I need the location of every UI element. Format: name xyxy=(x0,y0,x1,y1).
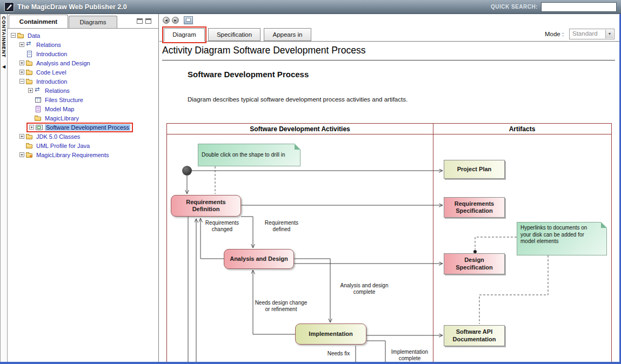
diagram-heading: Software Development Process xyxy=(188,70,309,79)
collapse-panel-icon[interactable]: ◀ xyxy=(1,64,7,69)
edge-label-needs-fix: Needs fix xyxy=(324,350,353,357)
artifact-design-specification[interactable]: Design Specification xyxy=(444,253,505,274)
artifact-software-api-documentation[interactable]: Software API Documentation xyxy=(444,325,505,346)
tree-item-label[interactable]: UML Profile for Java xyxy=(35,143,91,149)
tree-item-label[interactable]: Software Development Process xyxy=(45,124,130,131)
expander-minus-icon[interactable]: − xyxy=(19,79,24,84)
content-tab-strip: Diagram Specification Appears in Mode : … xyxy=(159,26,619,42)
tab-diagram[interactable]: Diagram xyxy=(164,28,205,42)
activity-diagram-icon xyxy=(36,124,43,131)
tree-item-label[interactable]: Introduction xyxy=(35,51,68,57)
folder-icon xyxy=(26,78,34,85)
artifact-requirements-specification[interactable]: Requirements Specification xyxy=(444,197,505,218)
navigation-toolbar: ◄ ► xyxy=(163,16,193,24)
quick-search-label: QUICK SEARCH: xyxy=(491,4,538,10)
tree-item-jdk-5-0-classes[interactable]: + JDK 5.0 Classes xyxy=(8,132,158,141)
expander-plus-icon[interactable]: + xyxy=(19,42,24,47)
activity-requirements-definition[interactable]: Requirements Definition xyxy=(171,195,241,217)
tree-item-label[interactable]: MagicLibrary xyxy=(44,115,80,122)
expander-plus-icon[interactable]: + xyxy=(19,70,24,75)
relations-icon xyxy=(26,42,34,48)
expander-minus-icon[interactable]: − xyxy=(11,33,16,38)
requirements-folder-icon xyxy=(26,152,34,158)
note-drill-in: Double click on the shape to drill in xyxy=(198,144,301,166)
tree-item-label[interactable]: Code Level xyxy=(35,69,68,76)
edge-label-needs-design-change: Needs design change or refinement xyxy=(254,300,308,313)
expander-plus-icon[interactable]: + xyxy=(19,152,24,157)
map-document-icon xyxy=(35,106,42,112)
tree-item-magiclibrary-requirements[interactable]: + MagicLibrary Requirements xyxy=(8,150,158,159)
forward-button[interactable]: ► xyxy=(172,17,179,24)
edge-label-implementation-complete: Implementation complete xyxy=(387,349,432,362)
tab-appears-in[interactable]: Appears in xyxy=(264,28,311,41)
folder-icon xyxy=(26,60,34,66)
activity-diagram-canvas: Software Development Activities Artifact… xyxy=(166,123,612,362)
tree-item-label[interactable]: Relations xyxy=(44,87,71,94)
title-divider xyxy=(162,60,615,60)
tree-item-relations-2[interactable]: + Relations xyxy=(8,86,158,95)
tab-containment[interactable]: Containment xyxy=(9,15,68,28)
mode-dropdown[interactable]: Standard ▼ xyxy=(569,29,615,39)
tree-item-label[interactable]: Analysis and Design xyxy=(35,60,91,66)
title-bar: The MagicDraw Web Publisher 2.0 QUICK SE… xyxy=(0,0,621,14)
tree-item-relations[interactable]: + Relations xyxy=(8,40,158,49)
edge-label-requirements-changed: Requirements changed xyxy=(202,220,243,233)
folder-icon xyxy=(26,143,34,149)
table-icon xyxy=(35,97,42,103)
content-area: ◄ ► Diagram Specification Appears in Mod… xyxy=(159,14,619,362)
back-button[interactable]: ◄ xyxy=(163,17,170,24)
app-title: The MagicDraw Web Publisher 2.0 xyxy=(17,3,127,11)
expander-plus-icon[interactable]: + xyxy=(29,125,34,130)
note-hyperlinks: Hyperlinks to documents on your disk can… xyxy=(517,222,607,255)
expander-plus-icon[interactable]: + xyxy=(19,60,24,65)
folder-icon xyxy=(26,133,34,140)
tree-item-label[interactable]: MagicLibrary Requirements xyxy=(35,152,110,158)
expander-plus-icon[interactable]: + xyxy=(19,134,24,139)
containment-panel: Containment Diagrams − Data + Relations … xyxy=(8,14,159,362)
initial-node xyxy=(182,166,192,176)
tree-item-code-level[interactable]: + Code Level xyxy=(8,68,158,77)
containment-tree: − Data + Relations Introduction + Analys… xyxy=(8,28,158,362)
containment-strip-label: CONTAINMENT xyxy=(1,16,6,58)
tree-item-software-development-process[interactable]: + Software Development Process xyxy=(8,123,158,132)
sidebar-tab-strip: Containment Diagrams xyxy=(8,14,158,29)
tree-item-analysis-and-design[interactable]: + Analysis and Design xyxy=(8,58,158,68)
tree-item-label[interactable]: Files Structure xyxy=(44,97,84,103)
window-frame-bottom xyxy=(0,362,621,364)
tree-item-model-map[interactable]: Model Map xyxy=(8,104,158,113)
expander-plus-icon[interactable]: + xyxy=(28,88,33,93)
mode-label: Mode : xyxy=(545,31,564,37)
edge-label-analysis-and-design-complete: Analysis and design complete xyxy=(340,282,389,295)
tree-item-uml-profile-for-java[interactable]: UML Profile for Java xyxy=(8,141,158,150)
mode-value: Standard xyxy=(572,30,598,37)
tree-item-files-structure[interactable]: Files Structure xyxy=(8,95,158,104)
artifact-project-plan[interactable]: Project Plan xyxy=(444,160,505,179)
folder-icon xyxy=(26,69,34,76)
folder-icon xyxy=(35,115,42,122)
containment-strip: CONTAINMENT ◀ xyxy=(0,14,8,362)
quick-search-input[interactable] xyxy=(541,2,617,12)
tree-item-label[interactable]: JDK 5.0 Classes xyxy=(35,133,81,140)
float-panel-icon[interactable] xyxy=(137,18,143,24)
magicdraw-web-publisher-window: The MagicDraw Web Publisher 2.0 QUICK SE… xyxy=(0,0,621,364)
tree-item-label[interactable]: Model Map xyxy=(44,106,75,112)
tree-item-label[interactable]: Data xyxy=(26,32,41,39)
tree-item-data[interactable]: − Data xyxy=(8,31,158,40)
magicdraw-logo-icon xyxy=(4,2,14,12)
diagram-description: Diagram describes typical software devel… xyxy=(188,96,408,103)
chevron-down-icon: ▼ xyxy=(605,30,613,38)
print-diagram-icon[interactable] xyxy=(184,16,193,24)
tree-item-label[interactable]: Relations xyxy=(35,42,62,48)
tree-item-label[interactable]: Introduction xyxy=(35,78,68,85)
tab-specification[interactable]: Specification xyxy=(208,28,261,41)
tree-item-magiclibrary[interactable]: MagicLibrary xyxy=(8,113,158,123)
tab-diagrams[interactable]: Diagrams xyxy=(69,16,117,28)
document-icon xyxy=(26,51,34,57)
restore-panel-icon[interactable] xyxy=(145,18,151,24)
folder-icon xyxy=(17,32,25,39)
activity-implementation[interactable]: Implementation xyxy=(295,323,366,345)
tree-item-introduction-2[interactable]: − Introduction xyxy=(8,77,158,86)
page-title: Activity Diagram Software Development Pr… xyxy=(162,45,365,56)
tree-item-introduction[interactable]: Introduction xyxy=(8,49,158,58)
activity-analysis-and-design[interactable]: Analysis and Design xyxy=(224,249,294,269)
